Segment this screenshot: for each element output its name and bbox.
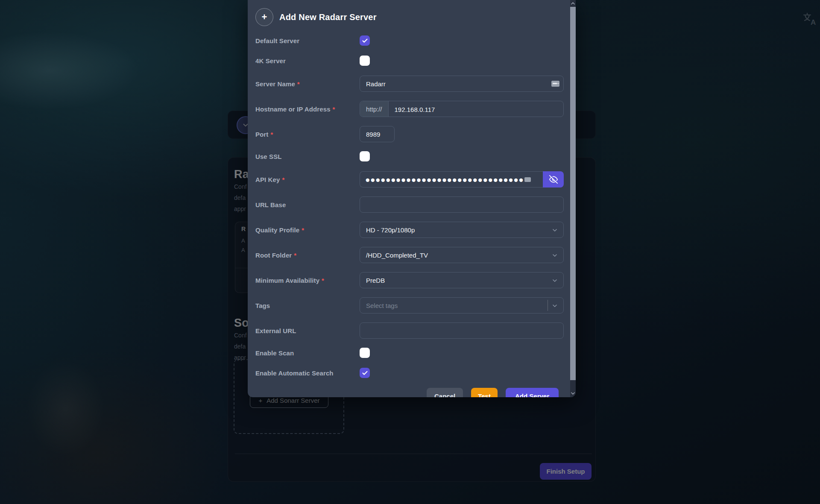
chevron-down-icon <box>551 227 558 234</box>
test-button[interactable]: Test <box>471 388 498 397</box>
modal-title: Add New Radarr Server <box>279 12 377 22</box>
masked-api-key: ●●●●●●●●●●●●●●●●●●●●●●●●●●●●●●● <box>365 176 524 184</box>
add-server-button[interactable]: Add Server <box>506 388 559 397</box>
field-label-text: URL Base <box>255 201 286 208</box>
root-folder-select[interactable]: /HDD_Completed_TV <box>360 247 564 263</box>
field-label-text: Port <box>255 131 268 138</box>
field-label: 4K Server <box>255 57 360 64</box>
field-label-text: Root Folder <box>255 252 292 259</box>
field-label: Tags <box>255 302 360 309</box>
field-label-text: Hostname or IP Address <box>255 105 331 113</box>
field-row-hostname: Hostname or IP Address* http:// <box>255 101 564 117</box>
field-row-api-key: API Key* ●●●●●●●●●●●●●●●●●●●●●●●●●●●●●●● <box>255 171 564 188</box>
field-label: Hostname or IP Address* <box>255 105 360 113</box>
selected-value: HD - 720p/1080p <box>366 226 415 234</box>
field-label: External URL <box>255 327 360 334</box>
field-label: Root Folder* <box>255 252 360 259</box>
hostname-input-group: http:// <box>360 101 564 117</box>
field-row-minimum-availability: Minimum Availability* PreDB <box>255 272 564 288</box>
scrollbar-up-button[interactable] <box>570 0 576 7</box>
required-asterisk: * <box>322 277 324 284</box>
field-row-use-ssl: Use SSL <box>255 151 564 161</box>
keyboard-autofill-icon[interactable] <box>551 81 559 87</box>
url-base-input[interactable] <box>360 196 564 213</box>
screen: A Ra Conf defa appr R A A So Conf defa a… <box>0 0 820 504</box>
modal-footer: Cancel Test Add Server <box>255 388 564 397</box>
field-label-text: Use SSL <box>255 153 282 160</box>
chevron-down-icon <box>551 302 558 309</box>
field-label-text: Enable Automatic Search <box>255 369 334 377</box>
required-asterisk: * <box>282 176 284 183</box>
api-key-input[interactable]: ●●●●●●●●●●●●●●●●●●●●●●●●●●●●●●● <box>360 171 543 188</box>
field-row-tags: Tags Select tags <box>255 297 564 314</box>
required-asterisk: * <box>297 80 300 88</box>
field-label: Use SSL <box>255 153 360 160</box>
required-asterisk: * <box>270 131 273 138</box>
protocol-prefix: http:// <box>360 101 389 117</box>
enable-scan-checkbox[interactable] <box>360 348 370 358</box>
hostname-input[interactable] <box>389 101 563 117</box>
field-label-text: Default Server <box>255 37 299 44</box>
check-icon <box>362 370 368 376</box>
field-label-text: Tags <box>255 302 270 309</box>
minimum-availability-select[interactable]: PreDB <box>360 272 564 288</box>
field-row-port: Port* <box>255 126 564 142</box>
field-row-enable-automatic-search: Enable Automatic Search <box>255 368 564 378</box>
check-icon <box>362 38 368 44</box>
selected-value: /HDD_Completed_TV <box>366 252 428 259</box>
plus-circle-icon: + <box>255 8 273 26</box>
field-row-root-folder: Root Folder* /HDD_Completed_TV <box>255 247 564 263</box>
cancel-button[interactable]: Cancel <box>427 388 463 397</box>
field-label: Default Server <box>255 37 360 44</box>
field-row-quality-profile: Quality Profile* HD - 720p/1080p <box>255 222 564 238</box>
field-label-text: Minimum Availability <box>255 277 319 284</box>
field-label-text: Enable Scan <box>255 349 294 357</box>
eye-off-icon <box>549 175 558 184</box>
field-row-4k-server: 4K Server <box>255 56 564 66</box>
enable-automatic-search-checkbox[interactable] <box>360 368 370 378</box>
field-row-server-name: Server Name* <box>255 76 564 92</box>
tags-select[interactable]: Select tags <box>360 297 564 314</box>
chevron-down-icon <box>551 252 558 259</box>
field-label-text: API Key <box>255 176 280 183</box>
chevron-down-icon <box>551 277 558 284</box>
use-ssl-checkbox[interactable] <box>360 151 370 161</box>
field-label: Quality Profile* <box>255 226 360 234</box>
field-row-default-server: Default Server <box>255 35 564 46</box>
required-asterisk: * <box>333 105 335 113</box>
api-key-input-group: ●●●●●●●●●●●●●●●●●●●●●●●●●●●●●●● <box>360 171 564 188</box>
add-radarr-server-modal: + Add New Radarr Server Default Server 4… <box>248 0 576 397</box>
field-label: Server Name* <box>255 80 360 88</box>
toggle-api-key-visibility-button[interactable] <box>543 171 564 188</box>
field-label-text: Quality Profile <box>255 226 299 234</box>
field-label-text: 4K Server <box>255 57 286 64</box>
selected-value: PreDB <box>366 277 385 284</box>
field-row-external-url: External URL <box>255 322 564 339</box>
default-server-checkbox[interactable] <box>360 35 370 46</box>
field-row-url-base: URL Base <box>255 196 564 213</box>
4k-server-checkbox[interactable] <box>360 56 370 66</box>
keyboard-autofill-icon[interactable] <box>524 177 531 182</box>
modal-scrollbar[interactable] <box>570 0 576 397</box>
field-label: URL Base <box>255 201 360 208</box>
chevron-down-icon <box>571 392 575 395</box>
server-name-input[interactable] <box>360 76 564 92</box>
tags-placeholder: Select tags <box>366 302 398 309</box>
required-asterisk: * <box>294 252 296 259</box>
field-row-enable-scan: Enable Scan <box>255 348 564 358</box>
select-divider <box>548 300 548 311</box>
field-label-text: External URL <box>255 327 296 334</box>
required-asterisk: * <box>302 226 304 234</box>
quality-profile-select[interactable]: HD - 720p/1080p <box>360 222 564 238</box>
field-label-text: Server Name <box>255 80 295 88</box>
scrollbar-thumb[interactable] <box>570 7 576 380</box>
scrollbar-down-button[interactable] <box>570 380 576 397</box>
field-label: API Key* <box>255 176 360 183</box>
modal-header: + Add New Radarr Server <box>255 8 564 26</box>
field-label: Port* <box>255 131 360 138</box>
field-label: Enable Scan <box>255 349 360 357</box>
port-input[interactable] <box>360 126 395 142</box>
field-label: Minimum Availability* <box>255 277 360 284</box>
field-label: Enable Automatic Search <box>255 369 360 377</box>
external-url-input[interactable] <box>360 322 564 339</box>
